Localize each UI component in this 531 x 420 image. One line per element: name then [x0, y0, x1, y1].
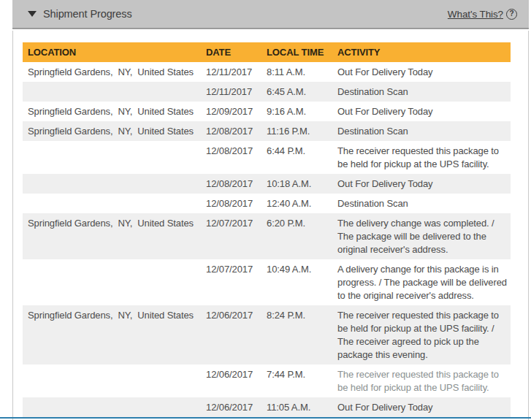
table-header: LOCATION DATE LOCAL TIME ACTIVITY [23, 42, 511, 62]
shipment-progress-page: Shipment Progress What's This? ? LOCATIO… [0, 0, 531, 420]
date-cell: 12/08/2017 [206, 121, 267, 141]
location-cell: Springfield Gardens, NY, United States [23, 62, 206, 82]
time-cell: 12:40 A.M. [267, 194, 337, 213]
location-cell: Springfield Gardens, NY, United States [23, 121, 206, 141]
time-cell: 10:49 A.M. [267, 259, 337, 305]
activity-cell: Destination Scan [337, 194, 511, 213]
date-cell: 12/08/2017 [206, 174, 267, 194]
accordion-title: Shipment Progress [43, 8, 448, 20]
table-row: 12/08/2017 10:18 A.M. Out For Delivery T… [23, 174, 511, 194]
location-cell [23, 82, 206, 102]
whats-this-link[interactable]: What's This? [448, 9, 503, 20]
time-cell: 10:18 A.M. [267, 174, 337, 194]
time-cell: 8:11 A.M. [267, 62, 337, 82]
column-header-local-time: LOCAL TIME [267, 42, 337, 62]
location-cell [23, 259, 206, 305]
column-header-location: LOCATION [23, 42, 206, 62]
time-cell: 6:20 P.M. [267, 213, 337, 259]
activity-cell: Out For Delivery Today [337, 62, 511, 82]
table-row: 12/07/2017 10:49 A.M. A delivery change … [23, 259, 511, 305]
shipment-progress-accordion-header[interactable]: Shipment Progress What's This? ? [12, 0, 529, 29]
time-cell: 11:05 A.M. [267, 397, 337, 417]
table-row: 12/08/2017 12:40 A.M. Destination Scan [23, 194, 511, 213]
activity-cell: Destination Scan [337, 82, 511, 102]
date-cell: 12/06/2017 [206, 397, 267, 417]
table-row: 12/08/2017 6:44 P.M. The receiver reques… [23, 141, 511, 174]
date-cell: 12/07/2017 [206, 213, 267, 259]
date-cell: 12/06/2017 [206, 364, 267, 397]
time-cell: 6:45 A.M. [267, 82, 337, 102]
shipment-progress-table: LOCATION DATE LOCAL TIME ACTIVITY Spring… [23, 42, 511, 417]
activity-cell: The receiver requested this package to b… [337, 305, 511, 364]
date-cell: 12/09/2017 [206, 102, 267, 121]
activity-cell: The receiver requested this package to b… [337, 364, 511, 397]
table-row: Springfield Gardens, NY, United States 1… [23, 62, 511, 82]
help-icon[interactable]: ? [506, 9, 517, 20]
accordion-panel-body: LOCATION DATE LOCAL TIME ACTIVITY Spring… [12, 31, 529, 420]
table-row: Springfield Gardens, NY, United States 1… [23, 102, 511, 121]
time-cell: 11:16 P.M. [267, 121, 337, 141]
date-cell: 12/11/2017 [206, 82, 267, 102]
table-row: 12/11/2017 6:45 A.M. Destination Scan [23, 82, 511, 102]
activity-cell: A delivery change for this package is in… [337, 259, 511, 305]
activity-cell: Out For Delivery Today [337, 102, 511, 121]
table-row: Springfield Gardens, NY, United States 1… [23, 305, 511, 364]
date-cell: 12/11/2017 [206, 62, 267, 82]
column-header-activity: ACTIVITY [337, 42, 511, 62]
activity-cell: Out For Delivery Today [337, 174, 511, 194]
collapse-caret-icon[interactable] [28, 11, 37, 17]
location-cell [23, 194, 206, 213]
location-cell: Springfield Gardens, NY, United States [23, 213, 206, 259]
time-cell: 8:24 P.M. [267, 305, 337, 364]
location-cell: Springfield Gardens, NY, United States [23, 305, 206, 364]
location-cell [23, 397, 206, 417]
table-row: Springfield Gardens, NY, United States 1… [23, 213, 511, 259]
activity-cell: The receiver requested this package to b… [337, 141, 511, 174]
table-row: 12/06/2017 11:05 A.M. Out For Delivery T… [23, 397, 511, 417]
location-cell [23, 364, 206, 397]
date-cell: 12/08/2017 [206, 194, 267, 213]
time-cell: 9:16 A.M. [267, 102, 337, 121]
activity-cell: The delivery change was completed. / The… [337, 213, 511, 259]
activity-cell: Out For Delivery Today [337, 397, 511, 417]
table-row: Springfield Gardens, NY, United States 1… [23, 121, 511, 141]
location-cell [23, 174, 206, 194]
date-cell: 12/06/2017 [206, 305, 267, 364]
date-cell: 12/08/2017 [206, 141, 267, 174]
date-cell: 12/07/2017 [206, 259, 267, 305]
location-cell [23, 141, 206, 174]
table-row: 12/06/2017 7:44 P.M. The receiver reques… [23, 364, 511, 397]
location-cell: Springfield Gardens, NY, United States [23, 102, 206, 121]
column-header-date: DATE [206, 42, 267, 62]
bottom-edge-divider [0, 417, 531, 419]
time-cell: 6:44 P.M. [267, 141, 337, 174]
time-cell: 7:44 P.M. [267, 364, 337, 397]
activity-cell: Destination Scan [337, 121, 511, 141]
table-body: Springfield Gardens, NY, United States 1… [23, 62, 511, 417]
